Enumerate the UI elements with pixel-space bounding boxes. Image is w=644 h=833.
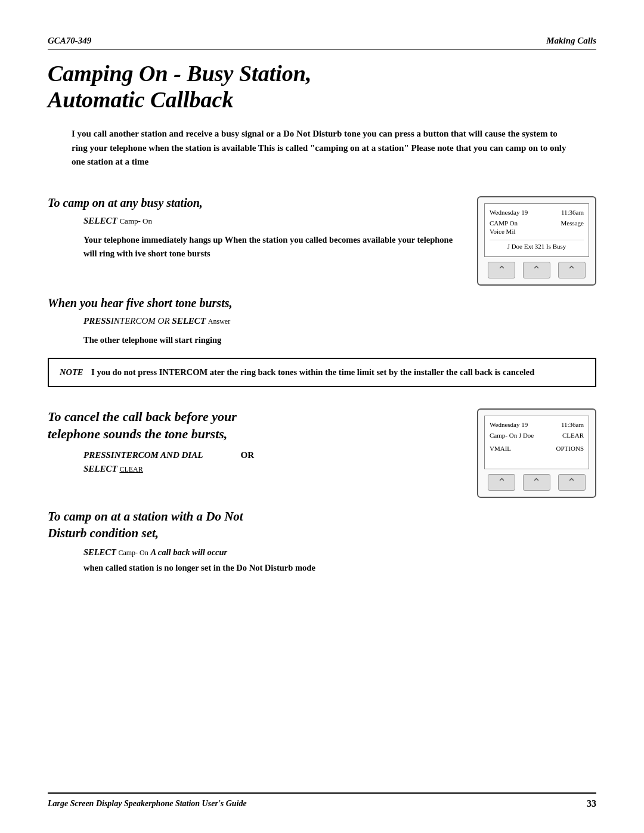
title-line1: Camping On - Busy Station, <box>48 61 311 86</box>
note-text: I you do not press INTERCOM ater the rin… <box>91 367 534 377</box>
section2-container: When you hear five short tone bursts, PR… <box>48 296 596 346</box>
phone2-date: Wednesday 19 <box>490 421 528 428</box>
camp-on-small: Camp- On <box>118 549 148 557</box>
section3-heading-line1: To cancel the call back before your <box>48 409 237 424</box>
section4-container: To camp on at a station with a Do Not Di… <box>48 509 596 574</box>
phone1-row2: Voice Mil <box>490 228 584 235</box>
section4-heading-line2: Disturb condition set, <box>48 526 159 540</box>
phone-screen-2: Wednesday 19 11:36am Camp- On J Doe CLEA… <box>484 416 589 469</box>
phone2-btn3 <box>558 474 586 491</box>
section4-heading-line1: To camp on at a station with a Do Not <box>48 509 243 524</box>
section4-select: SELECT Camp- On A call back will occur <box>83 547 596 558</box>
phone2-screen-top: Wednesday 19 11:36am <box>490 421 584 428</box>
phone2-row1-left: Camp- On J Doe <box>490 432 534 439</box>
section4-heading: To camp on at a station with a Do Not Di… <box>48 509 596 541</box>
intro-paragraph: I you call another station and receive a… <box>48 127 596 169</box>
footer-title: Large Screen Display Speakerphone Statio… <box>48 799 247 809</box>
callback-text: A call back will occur <box>150 547 227 557</box>
phone-mockup-2: Wednesday 19 11:36am Camp- On J Doe CLEA… <box>477 408 596 498</box>
phone1-row2-left: Voice Mil <box>490 228 516 235</box>
camp-on-label: Camp- On <box>119 216 152 225</box>
section4-body: when called station is no longer set in … <box>83 561 596 574</box>
section3-text: To cancel the call back before your tele… <box>48 398 465 481</box>
note-label: NOTE <box>60 367 83 377</box>
phone1-btn1 <box>488 262 515 278</box>
phone-mockup-1: Wednesday 19 11:36am CAMP On Message Voi… <box>477 196 596 286</box>
phone1-date: Wednesday 19 <box>490 209 528 216</box>
phone2-row2: VMAIL OPTIONS <box>490 445 584 452</box>
phone2-row3-left: VMAIL <box>490 445 511 452</box>
section3-heading: To cancel the call back before your tele… <box>48 408 465 442</box>
phone2-row3-right: OPTIONS <box>556 445 584 452</box>
section3-heading-line2: telephone sounds the tone bursts, <box>48 426 227 441</box>
section1-select: SELECT Camp- On <box>83 216 465 226</box>
title-line2: Automatic Callback <box>48 87 233 112</box>
section3-select: SELECT CLEAR <box>83 464 465 474</box>
header-section: Making Calls <box>546 36 596 46</box>
select-word: SELECT <box>83 216 117 225</box>
clear-label: CLEAR <box>119 465 143 473</box>
note-box: NOTE I you do not press INTERCOM ater th… <box>48 358 596 388</box>
press-intercom-label: PRESS <box>83 316 111 326</box>
phone-screen-1-top: Wednesday 19 11:36am <box>490 209 584 216</box>
section2-body: The other telephone will start ringing <box>83 333 596 346</box>
section2-press: PRESSINTERCOM OR SELECT Answer <box>83 316 596 326</box>
phone-screen-1: Wednesday 19 11:36am CAMP On Message Voi… <box>484 203 589 257</box>
answer-label: Answer <box>208 317 230 326</box>
section1-container: To camp on at any busy station, SELECT C… <box>48 185 596 286</box>
section1-text: To camp on at any busy station, SELECT C… <box>48 185 465 265</box>
phone1-row1-left: CAMP On <box>490 219 518 227</box>
phone2-time: 11:36am <box>561 421 584 428</box>
phone1-btn2 <box>523 262 550 278</box>
phone1-row1-right: Message <box>561 219 584 227</box>
phone1-row1: CAMP On Message <box>490 219 584 227</box>
page-header: GCA70-349 Making Calls <box>48 36 596 50</box>
phone1-btn3 <box>558 262 586 278</box>
phone2-btn1 <box>488 474 515 491</box>
section1-heading: To camp on at any busy station, <box>48 196 465 210</box>
section2-heading: When you hear five short tone bursts, <box>48 296 596 310</box>
phone2-btn2 <box>523 474 550 491</box>
phone2-buttons <box>484 474 589 491</box>
page-title: Camping On - Busy Station, Automatic Cal… <box>48 61 596 113</box>
phone1-buttons <box>484 262 589 278</box>
phone2-row1: Camp- On J Doe CLEAR <box>490 432 584 439</box>
section1-body: Your telephone immediately hangs up When… <box>83 233 465 260</box>
section3-press: PRESSINTERCOM AND DIAL OR <box>83 450 465 460</box>
header-doc-number: GCA70-349 <box>48 36 91 46</box>
page: GCA70-349 Making Calls Camping On - Busy… <box>0 0 644 833</box>
phone1-bottom: J Doe Ext 321 Is Busy <box>490 240 584 250</box>
phone2-row1-right: CLEAR <box>562 432 584 439</box>
section3-container: To cancel the call back before your tele… <box>48 398 596 498</box>
footer-page-number: 33 <box>587 798 596 809</box>
phone1-time: 11:36am <box>561 209 584 216</box>
page-footer: Large Screen Display Speakerphone Statio… <box>48 792 596 809</box>
